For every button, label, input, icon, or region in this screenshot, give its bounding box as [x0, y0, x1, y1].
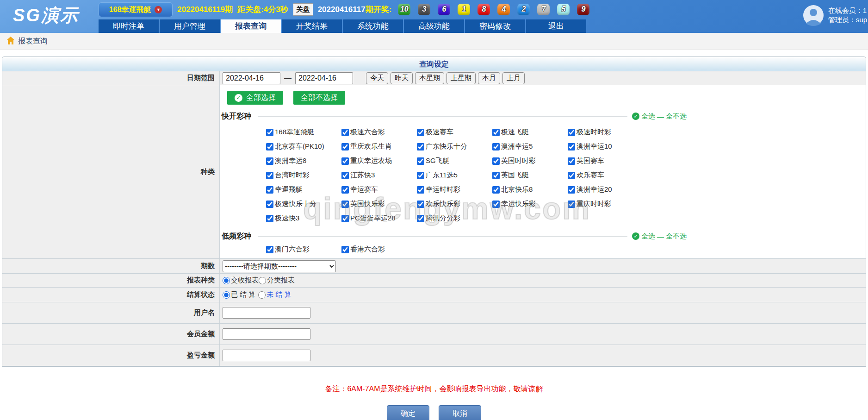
lottery-checkbox[interactable]	[568, 157, 575, 165]
lottery-checkbox[interactable]	[417, 129, 424, 136]
lottery-checkbox[interactable]	[492, 201, 500, 208]
lottery-checkbox-item[interactable]: 重庆幸运农场	[341, 154, 417, 168]
lottery-checkbox-item[interactable]: 欢乐快乐彩	[417, 197, 492, 211]
lottery-checkbox-item[interactable]: SG飞艇	[417, 154, 492, 168]
lottery-checkbox-item[interactable]: 广东快乐十分	[417, 139, 492, 154]
lottery-checkbox[interactable]	[568, 172, 575, 179]
lottery-checkbox[interactable]	[417, 215, 424, 222]
chevron-down-icon[interactable]: ▼	[155, 6, 162, 13]
low-select-all-link[interactable]: 全选	[641, 232, 655, 241]
lottery-checkbox[interactable]	[492, 172, 500, 179]
lottery-checkbox[interactable]	[417, 201, 424, 208]
nav-tab[interactable]: 系统功能	[343, 19, 403, 33]
lottery-checkbox[interactable]	[266, 172, 273, 179]
settle-radio[interactable]	[258, 291, 266, 299]
lottery-checkbox[interactable]	[341, 186, 349, 194]
lottery-checkbox-item[interactable]: 香港六合彩	[341, 242, 417, 257]
date-quick-button[interactable]: 上星期	[446, 72, 476, 84]
lottery-checkbox[interactable]	[266, 215, 273, 222]
lottery-checkbox[interactable]	[492, 157, 500, 165]
profit-input[interactable]	[223, 350, 310, 361]
date-quick-button[interactable]: 今天	[366, 72, 388, 84]
lottery-checkbox[interactable]	[266, 143, 273, 150]
lottery-checkbox[interactable]	[492, 186, 500, 194]
report-type-radio[interactable]	[223, 277, 230, 284]
username-input[interactable]	[223, 307, 310, 319]
lottery-checkbox-item[interactable]: 澳门六合彩	[266, 242, 341, 257]
lottery-checkbox-item[interactable]: 北京快乐8	[492, 182, 568, 197]
lottery-checkbox[interactable]	[341, 157, 349, 165]
lottery-selector-dropdown[interactable]: 168幸運飛艇 ▼	[99, 2, 173, 17]
lottery-checkbox[interactable]	[341, 201, 349, 208]
lottery-checkbox[interactable]	[417, 186, 424, 194]
select-all-button[interactable]: ✓ 全部选择	[227, 91, 283, 105]
lottery-checkbox[interactable]	[266, 246, 273, 253]
lottery-checkbox-item[interactable]: PC蛋蛋幸运28	[341, 211, 417, 226]
settle-option-settled[interactable]: 已 结 算	[223, 290, 255, 299]
report-type-option-category[interactable]: 分类报表	[259, 276, 295, 285]
nav-tab[interactable]: 退出	[526, 19, 586, 33]
nav-tab[interactable]: 密码修改	[465, 19, 525, 33]
report-type-radio[interactable]	[259, 277, 266, 284]
lottery-checkbox-item[interactable]: 极速快3	[266, 211, 341, 226]
cancel-button[interactable]: 取消	[439, 405, 481, 420]
lottery-checkbox-item[interactable]: 重庆欢乐生肖	[341, 139, 417, 154]
lottery-checkbox-item[interactable]: 澳洲幸运20	[568, 182, 643, 197]
lottery-checkbox-item[interactable]: 腾讯分分彩	[417, 211, 492, 226]
lottery-checkbox-item[interactable]: 澳洲幸运5	[492, 139, 568, 154]
lottery-checkbox[interactable]	[341, 246, 349, 253]
report-type-option-settlement[interactable]: 交收报表	[223, 276, 259, 285]
lottery-checkbox-item[interactable]: 重庆时时彩	[568, 197, 643, 211]
lottery-checkbox-item[interactable]: 欢乐赛车	[568, 168, 643, 182]
lottery-checkbox[interactable]	[341, 143, 349, 150]
lottery-checkbox-item[interactable]: 极速快乐十分	[266, 197, 341, 211]
lottery-checkbox-item[interactable]: 英国赛车	[568, 154, 643, 168]
select-none-button[interactable]: 全部不选择	[293, 91, 345, 105]
lottery-checkbox-item[interactable]: 澳洲幸运8	[266, 154, 341, 168]
lottery-checkbox-item[interactable]: 极速六合彩	[341, 125, 417, 139]
date-quick-button[interactable]: 本星期	[415, 72, 444, 84]
lottery-checkbox[interactable]	[341, 129, 349, 136]
settle-radio[interactable]	[223, 291, 230, 299]
lottery-checkbox-item[interactable]: 幸運飛艇	[266, 182, 341, 197]
lottery-checkbox-item[interactable]: 英国时时彩	[492, 154, 568, 168]
settle-option-unsettled[interactable]: 未 结 算	[258, 290, 291, 299]
lottery-checkbox[interactable]	[568, 201, 575, 208]
lottery-checkbox-item[interactable]: 幸运快乐彩	[492, 197, 568, 211]
nav-tab[interactable]: 开奖结果	[282, 19, 342, 33]
lottery-checkbox[interactable]	[568, 129, 575, 136]
lottery-checkbox-item[interactable]: 广东11选5	[417, 168, 492, 182]
lottery-checkbox-item[interactable]: 幸运赛车	[341, 182, 417, 197]
lottery-checkbox[interactable]	[492, 129, 500, 136]
date-quick-button[interactable]: 上月	[502, 72, 525, 84]
lottery-checkbox-item[interactable]: 极速时时彩	[568, 125, 643, 139]
date-from-input[interactable]	[223, 72, 280, 84]
lottery-checkbox[interactable]	[417, 143, 424, 150]
confirm-button[interactable]: 确定	[387, 405, 429, 420]
member-amount-input[interactable]	[223, 328, 310, 340]
lottery-checkbox-item[interactable]: 江苏快3	[341, 168, 417, 182]
lottery-checkbox[interactable]	[492, 143, 500, 150]
nav-tab[interactable]: 即时注单	[99, 19, 159, 33]
lottery-checkbox-item[interactable]: 168幸運飛艇	[266, 125, 341, 139]
lottery-checkbox[interactable]	[266, 201, 273, 208]
period-select[interactable]: --------请选择期数--------	[223, 260, 336, 272]
lottery-checkbox[interactable]	[568, 186, 575, 194]
date-to-input[interactable]	[295, 72, 353, 84]
lottery-checkbox[interactable]	[417, 157, 424, 165]
lottery-checkbox-item[interactable]: 幸运时时彩	[417, 182, 492, 197]
nav-tab[interactable]: 用户管理	[160, 19, 220, 33]
lottery-checkbox-item[interactable]: 英国飞艇	[492, 168, 568, 182]
home-icon[interactable]	[6, 37, 15, 46]
lottery-checkbox-item[interactable]: 英国快乐彩	[341, 197, 417, 211]
lottery-checkbox[interactable]	[341, 172, 349, 179]
lottery-checkbox-item[interactable]: 台湾时时彩	[266, 168, 341, 182]
lottery-checkbox-item[interactable]: 澳洲幸运10	[568, 139, 643, 154]
lottery-checkbox-item[interactable]: 极速飞艇	[492, 125, 568, 139]
nav-tab[interactable]: 报表查询	[221, 19, 281, 33]
lottery-checkbox[interactable]	[266, 157, 273, 165]
lottery-checkbox[interactable]	[417, 172, 424, 179]
lottery-checkbox[interactable]	[266, 129, 273, 136]
date-quick-button[interactable]: 昨天	[391, 72, 413, 84]
lottery-checkbox[interactable]	[568, 143, 575, 150]
